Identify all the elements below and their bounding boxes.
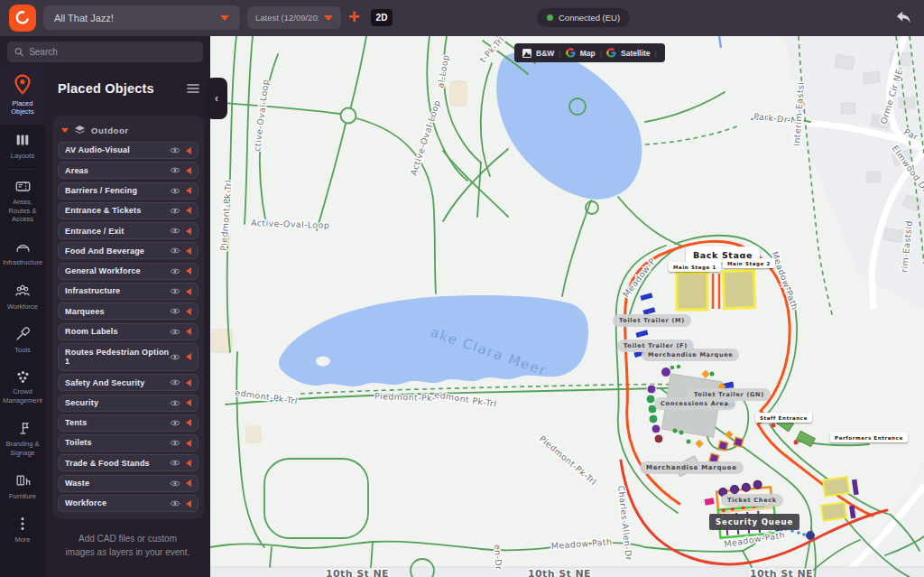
sidebar-item-label: Tools xyxy=(14,346,31,354)
furniture-icon xyxy=(14,472,32,489)
view-mode-2d-button[interactable]: 2D xyxy=(371,9,393,26)
expand-caret-icon[interactable] xyxy=(186,167,191,174)
label-merchandise-marquee-top[interactable]: Merchandise Marquee xyxy=(642,349,739,361)
expand-caret-icon[interactable] xyxy=(186,353,191,360)
event-selector-dropdown[interactable]: All That Jazz! xyxy=(43,5,240,30)
visibility-eye-icon[interactable] xyxy=(170,267,180,275)
expand-caret-icon[interactable] xyxy=(186,460,191,467)
connection-status-badge[interactable]: Connected (EU) xyxy=(537,8,630,27)
visibility-eye-icon[interactable] xyxy=(170,499,180,507)
list-view-icon[interactable] xyxy=(187,83,199,94)
layer-row[interactable]: Trade & Food Stands xyxy=(58,454,199,471)
expand-caret-icon[interactable] xyxy=(186,419,191,426)
visibility-eye-icon[interactable] xyxy=(170,419,180,427)
add-button[interactable]: + xyxy=(348,5,360,30)
label-main-stage-1[interactable]: Main Stage 1 xyxy=(669,262,721,272)
sidebar-item-areas-routes-access[interactable]: Areas, Routes & Access xyxy=(0,171,45,231)
search-box[interactable] xyxy=(7,42,203,62)
svg-text:en-Dr: en-Dr xyxy=(493,544,504,571)
stage-truss-icon xyxy=(14,238,32,255)
layer-row[interactable]: Entrance / Exit xyxy=(58,222,199,239)
layer-row[interactable]: Areas xyxy=(58,162,199,179)
layer-row[interactable]: Room Labels xyxy=(58,323,199,340)
visibility-eye-icon[interactable] xyxy=(170,328,180,336)
expand-caret-icon[interactable] xyxy=(186,267,191,275)
map-canvas[interactable]: ctive-Oval-Loop Active-Oval-Loop Active-… xyxy=(210,36,924,577)
chevron-down-icon xyxy=(220,15,229,21)
expand-caret-icon[interactable] xyxy=(186,228,191,235)
layer-row[interactable]: Tents xyxy=(58,414,199,432)
layer-row[interactable]: Workforce xyxy=(58,495,199,512)
sidebar-item-tools[interactable]: Tools xyxy=(0,319,45,362)
visibility-eye-icon[interactable] xyxy=(170,227,180,235)
sidebar-item-label: Placed Objects xyxy=(2,99,43,116)
sidebar-item-branding-signage[interactable]: Branding & Signage xyxy=(0,413,45,465)
expand-caret-icon[interactable] xyxy=(186,147,191,154)
layer-row[interactable]: General Workforce xyxy=(58,263,199,280)
sidebar-item-infrastructure[interactable]: Infrastructure xyxy=(0,231,45,275)
map-style-bw[interactable]: B&W xyxy=(536,49,554,58)
label-toilet-trailer-m[interactable]: Toilet Trailer (M) xyxy=(613,314,691,327)
label-concessions-area[interactable]: Concessions Area xyxy=(654,397,735,410)
visibility-eye-icon[interactable] xyxy=(170,166,180,174)
visibility-eye-icon[interactable] xyxy=(170,439,180,447)
search-input[interactable] xyxy=(29,47,196,57)
layer-row[interactable]: Safety And Security xyxy=(58,374,199,391)
label-ticket-check[interactable]: Ticket Check xyxy=(721,494,783,507)
map-style-map[interactable]: Map xyxy=(580,49,596,58)
visibility-eye-icon[interactable] xyxy=(170,207,180,215)
expand-caret-icon[interactable] xyxy=(186,440,191,447)
layer-row[interactable]: Entrance & Tickets xyxy=(58,202,199,219)
label-security-queue[interactable]: Security Queue xyxy=(709,514,799,530)
layer-row[interactable]: Food And Beverage xyxy=(58,242,199,259)
visibility-eye-icon[interactable] xyxy=(170,287,180,295)
layer-group-header[interactable]: Outdoor xyxy=(58,122,199,142)
layer-row[interactable]: Barriers / Fencing xyxy=(58,182,199,200)
svg-text:10th St NE: 10th St NE xyxy=(326,568,389,577)
layer-row[interactable]: Routes Pedestrian Option 1 xyxy=(58,343,199,371)
label-staff-entrance[interactable]: Staff Entrance xyxy=(755,413,812,423)
sidebar-item-workforce[interactable]: Workforce xyxy=(0,275,45,319)
layer-row[interactable]: Toilets xyxy=(58,434,199,451)
visibility-eye-icon[interactable] xyxy=(170,459,180,467)
visibility-eye-icon[interactable] xyxy=(170,187,180,195)
sidebar-item-more[interactable]: More xyxy=(0,508,45,552)
visibility-eye-icon[interactable] xyxy=(170,146,180,154)
layer-row[interactable]: AV Audio-Visual xyxy=(58,142,199,159)
layer-row[interactable]: Infrastructure xyxy=(58,283,199,300)
expand-caret-icon[interactable] xyxy=(186,187,191,194)
expand-caret-icon[interactable] xyxy=(186,247,191,255)
expand-caret-icon[interactable] xyxy=(186,479,191,487)
sidebar-item-label: Branding & Signage xyxy=(2,440,43,457)
expand-caret-icon[interactable] xyxy=(186,379,191,386)
expand-caret-icon[interactable] xyxy=(186,308,191,315)
visibility-eye-icon[interactable] xyxy=(170,247,180,255)
label-main-stage-2[interactable]: Main Stage 2 xyxy=(723,258,775,268)
panel-collapse-button[interactable]: ‹ xyxy=(206,78,227,119)
label-merchandise-marquee-bottom[interactable]: Merchandise Marquee xyxy=(640,461,744,474)
sidebar-item-label: Crowd Management xyxy=(2,387,43,405)
expand-caret-icon[interactable] xyxy=(186,399,191,406)
expand-caret-icon[interactable] xyxy=(186,500,191,507)
visibility-eye-icon[interactable] xyxy=(170,399,180,407)
sidebar-item-layouts[interactable]: Layouts xyxy=(0,125,45,168)
expand-caret-icon[interactable] xyxy=(186,288,191,295)
search-icon xyxy=(14,47,23,57)
map-style-satellite[interactable]: Satellite xyxy=(621,49,651,58)
undo-icon[interactable] xyxy=(895,10,911,28)
sidebar-item-crowd-management[interactable]: Crowd Management xyxy=(0,362,45,413)
app-logo-icon[interactable] xyxy=(9,5,36,32)
visibility-eye-icon[interactable] xyxy=(170,307,180,315)
layer-row[interactable]: Security xyxy=(58,395,199,412)
layer-row[interactable]: Marquees xyxy=(58,302,199,320)
layer-row[interactable]: Waste xyxy=(58,475,199,492)
visibility-eye-icon[interactable] xyxy=(170,353,180,361)
visibility-eye-icon[interactable] xyxy=(170,479,180,488)
expand-caret-icon[interactable] xyxy=(186,207,191,214)
visibility-eye-icon[interactable] xyxy=(170,378,180,386)
expand-caret-icon[interactable] xyxy=(186,328,191,335)
label-performers-entrance[interactable]: Performers Entrance xyxy=(830,433,908,442)
version-selector-dropdown[interactable]: Latest (12/09/2022) xyxy=(247,6,341,29)
sidebar-item-placed-objects[interactable]: Placed Objects xyxy=(0,67,45,125)
sidebar-item-furniture[interactable]: Furniture xyxy=(0,465,45,508)
